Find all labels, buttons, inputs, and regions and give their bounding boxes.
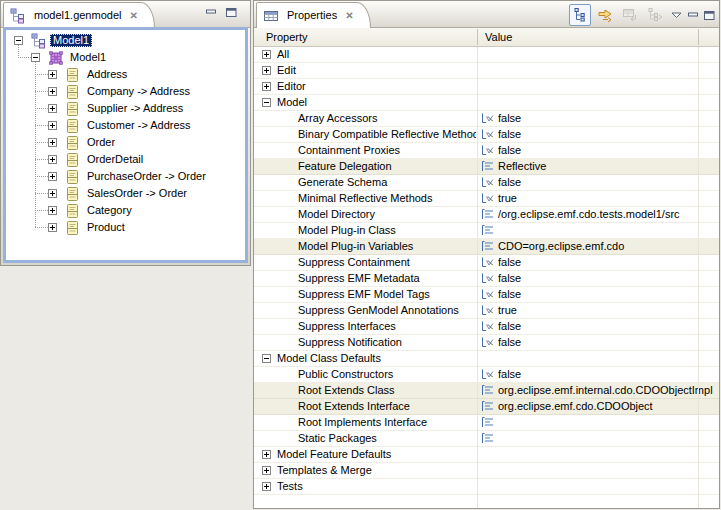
property-row-suppress-genmodel-annotations[interactable]: Suppress GenModel Annotationstrue — [254, 303, 719, 319]
column-resize-handle[interactable] — [477, 29, 478, 45]
maximize-button[interactable] — [225, 7, 238, 18]
collapse-icon[interactable] — [262, 98, 271, 107]
minimize-button[interactable] — [205, 7, 218, 18]
property-category-row-model-class-defaults[interactable]: Model Class Defaults — [254, 351, 719, 367]
expand-icon[interactable] — [48, 70, 57, 79]
property-row-generate-schema[interactable]: Generate Schemafalse — [254, 175, 719, 191]
property-row-binary-compatible-reflective-methods[interactable]: Binary Compatible Reflective Methodsfals… — [254, 127, 719, 143]
property-category-row-all[interactable]: All — [254, 47, 719, 63]
show-advanced-properties-button[interactable] — [594, 4, 616, 26]
tree-item-company-address[interactable]: Company -> Address — [6, 83, 245, 100]
property-value[interactable]: false — [498, 176, 521, 189]
property-value[interactable]: org.eclipse.emf.internal.cdo.CDOObjectIm… — [498, 384, 713, 397]
tree-item-category[interactable]: Category — [6, 202, 245, 219]
property-row-root-extends-class[interactable]: Root Extends Classorg.eclipse.emf.intern… — [254, 383, 719, 399]
property-value[interactable]: false — [498, 368, 521, 381]
property-value[interactable]: false — [498, 272, 521, 285]
property-value[interactable]: true — [498, 192, 517, 205]
editor-content-area: Model1Model1AddressCompany -> AddressSup… — [3, 27, 248, 263]
property-row-minimal-reflective-methods[interactable]: Minimal Reflective Methodstrue — [254, 191, 719, 207]
tree-item-model1[interactable]: Model1 — [6, 49, 245, 66]
property-row-suppress-notification[interactable]: Suppress Notificationfalse — [254, 335, 719, 351]
property-row-feature-delegation[interactable]: Feature DelegationReflective — [254, 159, 719, 175]
property-category-row-templates-merge[interactable]: Templates & Merge — [254, 463, 719, 479]
property-row-containment-proxies[interactable]: Containment Proxiesfalse — [254, 143, 719, 159]
property-category-row-model[interactable]: Model — [254, 95, 719, 111]
tree-item-address[interactable]: Address — [6, 66, 245, 83]
editor-tab-model1-genmodel[interactable]: model1.genmodel ✕ — [3, 2, 155, 28]
property-category-row-model-feature-defaults[interactable]: Model Feature Defaults — [254, 447, 719, 463]
restore-default-value-button[interactable] — [619, 4, 641, 26]
maximize-button[interactable] — [703, 10, 716, 21]
property-value[interactable]: false — [498, 320, 521, 333]
property-value[interactable]: false — [498, 256, 521, 269]
close-icon[interactable]: ✕ — [126, 11, 137, 21]
tree-item-label: OrderDetail — [84, 153, 146, 166]
property-value[interactable]: Reflective — [498, 160, 546, 173]
tree-item-model1[interactable]: Model1 — [6, 32, 245, 49]
expand-icon[interactable] — [262, 50, 271, 59]
collapse-icon[interactable] — [31, 53, 40, 62]
property-row-suppress-containment[interactable]: Suppress Containmentfalse — [254, 255, 719, 271]
property-row-suppress-interfaces[interactable]: Suppress Interfacesfalse — [254, 319, 719, 335]
property-value[interactable]: false — [498, 336, 521, 349]
property-value[interactable]: org.eclipse.emf.cdo.CDOObject — [498, 400, 653, 413]
view-menu-button[interactable] — [669, 4, 684, 26]
category-label: Edit — [277, 64, 296, 77]
property-row-suppress-emf-metadata[interactable]: Suppress EMF Metadatafalse — [254, 271, 719, 287]
expand-icon[interactable] — [262, 450, 271, 459]
expand-icon[interactable] — [262, 66, 271, 75]
tree-item-label: SalesOrder -> Order — [84, 187, 190, 200]
expand-icon[interactable] — [48, 172, 57, 181]
property-row-root-implements-interface[interactable]: Root Implements Interface — [254, 415, 719, 431]
close-icon[interactable]: ✕ — [342, 11, 353, 21]
minimize-button[interactable] — [687, 10, 700, 21]
property-value[interactable]: true — [498, 304, 517, 317]
property-row-model-plug-in-variables[interactable]: Model Plug-in VariablesCDO=org.eclipse.e… — [254, 239, 719, 255]
collapse-icon[interactable] — [14, 36, 23, 45]
property-value[interactable]: false — [498, 144, 521, 157]
property-value[interactable]: false — [498, 112, 521, 125]
expand-icon[interactable] — [48, 189, 57, 198]
tree-item-orderdetail[interactable]: OrderDetail — [6, 151, 245, 168]
properties-tab[interactable]: Properties ✕ — [256, 2, 371, 28]
property-row-static-packages[interactable]: Static Packages — [254, 431, 719, 447]
property-category-row-editor[interactable]: Editor — [254, 79, 719, 95]
expand-icon[interactable] — [48, 87, 57, 96]
expand-icon[interactable] — [48, 104, 57, 113]
column-resize-handle[interactable] — [698, 29, 699, 45]
expand-icon[interactable] — [48, 206, 57, 215]
tree-item-salesorder-order[interactable]: SalesOrder -> Order — [6, 185, 245, 202]
show-categories-button[interactable] — [644, 4, 666, 26]
property-value[interactable]: /org.eclipse.emf.cdo.tests.model1/src — [498, 208, 680, 221]
property-row-model-plug-in-class[interactable]: Model Plug-in Class — [254, 223, 719, 239]
category-label: Editor — [277, 80, 306, 93]
property-row-root-extends-interface[interactable]: Root Extends Interfaceorg.eclipse.emf.cd… — [254, 399, 719, 415]
column-header-value[interactable]: Value — [485, 31, 512, 43]
property-value[interactable]: false — [498, 288, 521, 301]
expand-icon[interactable] — [48, 121, 57, 130]
property-row-suppress-emf-model-tags[interactable]: Suppress EMF Model Tagsfalse — [254, 287, 719, 303]
tree-item-order[interactable]: Order — [6, 134, 245, 151]
property-row-array-accessors[interactable]: Array Accessorsfalse — [254, 111, 719, 127]
expand-icon[interactable] — [48, 138, 57, 147]
tree-item-product[interactable]: Product — [6, 219, 245, 236]
property-row-model-directory[interactable]: Model Directory/org.eclipse.emf.cdo.test… — [254, 207, 719, 223]
property-category-row-tests[interactable]: Tests — [254, 479, 719, 495]
column-header-property[interactable]: Property — [266, 31, 308, 43]
property-label: Suppress GenModel Annotations — [298, 304, 476, 317]
expand-icon[interactable] — [262, 82, 271, 91]
property-value[interactable]: false — [498, 128, 521, 141]
property-row-public-constructors[interactable]: Public Constructorsfalse — [254, 367, 719, 383]
expand-icon[interactable] — [262, 482, 271, 491]
tree-item-customer-address[interactable]: Customer -> Address — [6, 117, 245, 134]
expand-icon[interactable] — [48, 223, 57, 232]
tree-item-purchaseorder-order[interactable]: PurchaseOrder -> Order — [6, 168, 245, 185]
property-value[interactable]: CDO=org.eclipse.emf.cdo — [498, 240, 624, 253]
expand-icon[interactable] — [262, 466, 271, 475]
property-category-row-edit[interactable]: Edit — [254, 63, 719, 79]
tree-mode-button[interactable] — [569, 4, 591, 26]
collapse-icon[interactable] — [262, 354, 271, 363]
expand-icon[interactable] — [48, 155, 57, 164]
tree-item-supplier-address[interactable]: Supplier -> Address — [6, 100, 245, 117]
